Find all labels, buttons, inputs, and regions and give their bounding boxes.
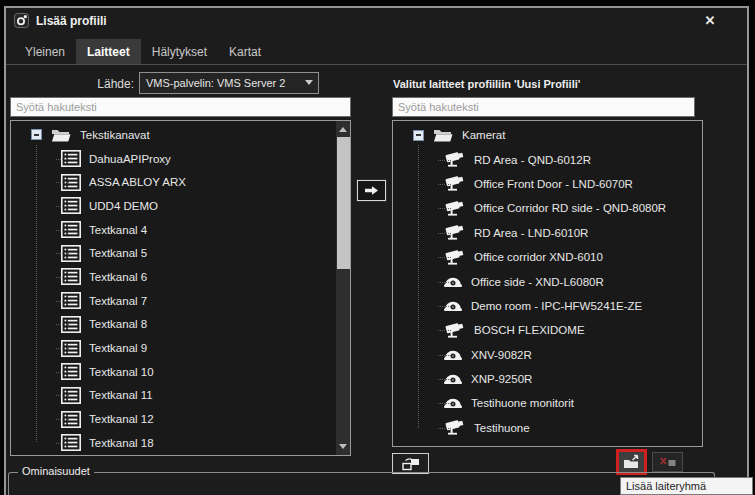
selected-device-tree: Kamerat RD Area - QND-6012R [392, 120, 703, 447]
tree-item-label: BOSCH FLEXIDOME [474, 324, 585, 336]
text-channel-icon [61, 434, 81, 451]
tree-item[interactable]: DahuaAPIProxy [31, 147, 335, 171]
tree-item[interactable]: Textkanal 11 [31, 384, 335, 408]
title-bar: Lisää profiili ✕ [6, 8, 747, 34]
tree-item-label: RD Area - QND-6012R [474, 154, 591, 166]
move-right-button[interactable] [357, 180, 386, 201]
text-channel-icon [61, 150, 81, 167]
tree-item[interactable]: Textkanal 10 [31, 360, 335, 384]
text-channel-icon [61, 245, 81, 262]
collapse-icon[interactable] [413, 130, 424, 141]
collapse-icon[interactable] [31, 129, 42, 140]
scroll-up-icon[interactable] [336, 122, 350, 137]
tree-item-label: Textkanal 5 [89, 247, 147, 259]
window-title: Lisää profiili [36, 8, 107, 34]
tree-item-label: Office Front Door - LND-6070R [474, 178, 633, 190]
text-channel-icon [61, 268, 81, 285]
tab-laitteet[interactable]: Laitteet [76, 39, 141, 64]
swap-devices-icon [401, 457, 421, 471]
tree-item-label: Testihuone monitorit [471, 397, 574, 409]
text-channel-icon [61, 197, 81, 214]
text-channel-icon [61, 340, 81, 357]
dome-camera-icon [443, 299, 463, 313]
tree-item-label: Testihuone [474, 422, 530, 434]
tab-bar: Yleinen Laitteet Hälytykset Kartat [6, 39, 747, 65]
bullet-camera-icon [443, 224, 466, 241]
text-channel-icon [61, 174, 81, 191]
tree-item[interactable]: Office Front Door - LND-6070R [413, 172, 702, 196]
source-label: Lähde: [6, 73, 134, 95]
tab-kartat[interactable]: Kartat [218, 39, 272, 64]
left-tree-children: DahuaAPIProxy ASSA ABLOY ARX UDD4 DEMO [31, 147, 335, 455]
text-channel-icon [61, 316, 81, 333]
tree-item-label: Office side - XND-L6080R [471, 276, 604, 288]
tree-item[interactable]: Textkanal 8 [31, 313, 335, 337]
right-search-input[interactable] [392, 97, 695, 117]
tree-item-label: Textkanal 4 [89, 224, 147, 236]
tree-item-label: Textkanal 9 [89, 342, 147, 354]
source-select[interactable]: VMS-palvelin: VMS Server 2 [139, 72, 319, 94]
folder-icon [432, 127, 454, 143]
text-channel-icon [61, 411, 81, 428]
tree-item[interactable]: XNV-9082R [413, 343, 702, 367]
bullet-camera-icon [443, 322, 466, 339]
tree-item[interactable]: Office Corridor RD side - QND-8080R [413, 196, 702, 220]
tree-item[interactable]: Office corridor XND-6010 [413, 245, 702, 269]
tree-item[interactable]: Textkanal 9 [31, 336, 335, 360]
source-select-value: VMS-palvelin: VMS Server 2 [146, 77, 285, 89]
tree-item[interactable]: XNP-9250R [413, 367, 702, 391]
folder-icon [50, 127, 72, 143]
tree-item[interactable]: Office side - XND-L6080R [413, 269, 702, 293]
tree-item[interactable]: RD Area - QND-6012R [413, 147, 702, 171]
tree-item[interactable]: BOSCH FLEXIDOME [413, 318, 702, 342]
tree-item[interactable]: Textkanal 7 [31, 289, 335, 313]
tree-item-label: ASSA ABLOY ARX [89, 176, 186, 188]
remove-device-group-icon [659, 456, 677, 468]
tree-item-label: DahuaAPIProxy [89, 153, 171, 165]
swap-devices-button[interactable] [392, 453, 429, 474]
selected-devices-title: Valitut laitteet profiiliin 'Uusi Profii… [393, 73, 580, 95]
dome-camera-icon [443, 396, 463, 410]
tree-item[interactable]: Demo room - IPC-HFW5241E-ZE [413, 294, 702, 318]
add-device-group-icon [623, 454, 641, 470]
tree-item[interactable]: ASSA ABLOY ARX [31, 170, 335, 194]
tree-item-label: Office corridor XND-6010 [474, 251, 603, 263]
tree-item[interactable]: Textkanal 5 [31, 241, 335, 265]
dome-camera-icon [443, 372, 463, 386]
scrollbar-thumb[interactable] [337, 137, 350, 269]
tree-item[interactable]: Testihuone monitorit [413, 391, 702, 415]
tooltip: Lisää laiteryhmä [620, 477, 753, 495]
bullet-camera-icon [443, 200, 466, 217]
tree-item-label: XNV-9082R [471, 349, 532, 361]
add-profile-dialog: Lisää profiili ✕ Yleinen Laitteet Hälyty… [4, 6, 749, 495]
tree-item-label: Textkanal 6 [89, 271, 147, 283]
tree-item[interactable]: Textkanal 18 [31, 431, 335, 455]
scrollbar[interactable] [335, 121, 350, 455]
chevron-down-icon [305, 80, 313, 85]
tree-root-row[interactable]: Kamerat [413, 123, 702, 147]
tree-item-label: RD Area - LND-6010R [474, 227, 588, 239]
tree-item-label: Demo room - IPC-HFW5241E-ZE [471, 300, 642, 312]
tree-root-row[interactable]: Tekstikanavat [31, 123, 335, 147]
tree-item[interactable]: Textkanal 12 [31, 407, 335, 431]
left-search-input[interactable] [10, 97, 351, 117]
tree-item-label: Textkanal 18 [89, 437, 154, 449]
tree-item[interactable]: Textkanal 6 [31, 265, 335, 289]
arrow-right-icon [364, 185, 379, 196]
scroll-down-icon[interactable] [336, 439, 350, 454]
tab-halytykset[interactable]: Hälytykset [141, 39, 218, 64]
close-icon[interactable]: ✕ [701, 12, 719, 30]
tree-item[interactable]: Testihuone [413, 416, 702, 440]
tree-item[interactable]: UDD4 DEMO [31, 194, 335, 218]
tree-item-label: Office Corridor RD side - QND-8080R [474, 202, 666, 214]
tree-item-label: Textkanal 11 [89, 389, 153, 401]
source-device-tree: Tekstikanavat DahuaAPIProxy ASSA ABLOY A… [10, 120, 351, 456]
tree-item[interactable]: Textkanal 4 [31, 218, 335, 242]
bullet-camera-icon [443, 249, 466, 266]
text-channel-icon [61, 292, 81, 309]
dome-camera-icon [443, 275, 463, 289]
properties-label: Ominaisuudet [18, 465, 94, 477]
tab-yleinen[interactable]: Yleinen [14, 39, 76, 64]
tree-item[interactable]: RD Area - LND-6010R [413, 221, 702, 245]
remove-device-group-button[interactable] [652, 452, 683, 472]
